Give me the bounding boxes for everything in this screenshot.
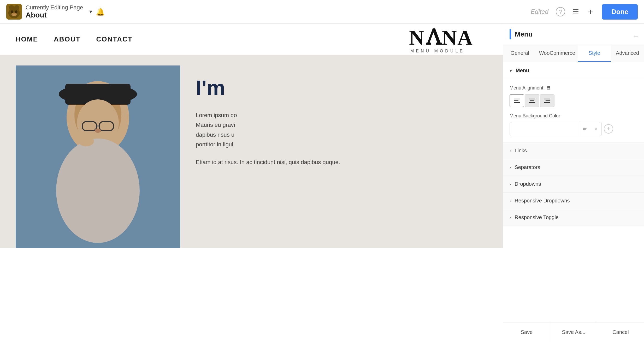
svg-rect-28 [529,99,535,99]
page-preview: HOME ABOUT CONTACT N Ʌ N [0,24,503,342]
dropdowns-chevron: › [510,182,511,187]
site-header: HOME ABOUT CONTACT N Ʌ N [0,24,503,55]
menu-section-chevron: ▾ [510,68,512,74]
svg-point-24 [78,136,94,146]
links-label: Links [515,148,527,154]
svg-point-4 [11,10,13,13]
page-name: About [26,11,83,19]
svg-rect-33 [544,102,550,103]
color-add-icon[interactable]: + [604,124,613,134]
topbar-title: Currently Editing Page About [26,4,83,19]
topbar-left: Currently Editing Page About ▾ 🔔 [6,4,531,20]
topbar: Currently Editing Page About ▾ 🔔 Edited … [0,0,644,24]
panel-minimize-icon[interactable]: ⎯ [634,31,638,38]
separators-section[interactable]: › Separators [503,159,644,176]
align-right-button[interactable] [540,94,554,107]
menu-section-content: Menu Alignment 🖥 Menu Background Color [503,79,644,142]
responsive-toggle-section[interactable]: › Responsive Toggle [503,209,644,226]
dropdowns-label: Dropdowns [515,181,541,187]
hero-paragraph5: Etiam id at risus. In ac tincidunt nisi,… [196,157,405,167]
responsive-toggle-chevron: › [510,215,511,220]
align-center-button[interactable] [525,94,539,107]
svg-point-23 [56,139,140,243]
color-picker-icon[interactable]: ✏ [579,122,591,136]
nav-menu: HOME ABOUT CONTACT [16,35,133,43]
color-input-row: ✏ × [510,122,602,136]
panel-title: Menu [515,30,533,38]
hero-content: I'm Lorem ipsum do Mauris eu gravi dapib… [180,55,503,248]
hero-heading: I'm [196,76,487,100]
done-button[interactable]: Done [602,4,638,20]
menu-module-logo: N Ʌ N A MENU MODULE [409,24,487,55]
separators-label: Separators [515,164,540,170]
tab-general[interactable]: General [503,45,536,62]
menu-bg-color-label: Menu Background Color [510,113,638,119]
nav-item-about[interactable]: ABOUT [54,35,80,43]
color-input-wrapper: ✏ × + [510,122,638,136]
svg-rect-30 [529,102,535,103]
nav-item-contact[interactable]: CONTACT [96,35,132,43]
cancel-button[interactable]: Cancel [597,322,644,342]
hero-photo [16,65,180,248]
list-icon[interactable]: ☰ [572,8,579,16]
hero-paragraph4: porttitor in ligul [196,141,233,148]
monitor-icon: 🖥 [546,85,551,91]
responsive-dropdowns-section[interactable]: › Responsive Dropdowns [503,193,644,209]
responsive-dropdowns-chevron: › [510,199,511,203]
color-input-field[interactable] [510,122,579,136]
page-dropdown-chevron[interactable]: ▾ [89,8,92,15]
svg-rect-26 [514,100,518,101]
svg-text:A: A [457,26,472,49]
tab-woocommerce[interactable]: WooCommerce [536,45,578,62]
menu-section-header[interactable]: ▾ Menu [503,62,644,79]
svg-rect-25 [514,99,520,99]
links-section[interactable]: › Links [503,142,644,159]
topbar-right: Edited ? ☰ ＋ Done [531,4,638,20]
separators-chevron: › [510,165,511,170]
responsive-toggle-label: Responsive Toggle [515,214,559,220]
responsive-dropdowns-label: Responsive Dropdowns [515,198,570,204]
hero-area: I'm Lorem ipsum do Mauris eu gravi dapib… [0,55,503,248]
alignment-buttons [510,94,638,107]
svg-rect-29 [530,100,534,101]
edited-status: Edited [531,8,548,15]
add-icon[interactable]: ＋ [586,6,595,17]
svg-text:N: N [409,26,424,49]
help-icon[interactable]: ? [556,7,565,16]
color-clear-icon[interactable]: × [591,122,601,136]
hero-paragraph2: Mauris eu gravi [196,122,235,128]
editing-label: Currently Editing Page [26,4,83,11]
svg-text:Ʌ: Ʌ [426,26,442,49]
dropdowns-section[interactable]: › Dropdowns [503,176,644,193]
page-area: HOME ABOUT CONTACT N Ʌ N [0,24,644,342]
menu-alignment-label: Menu Alignment 🖥 [510,85,638,91]
save-button[interactable]: Save [503,322,550,342]
panel-accent [510,29,511,39]
panel-footer: Save Save As... Cancel [503,322,644,342]
svg-point-5 [15,10,17,13]
site-logo [6,4,22,20]
site-logo-area: N Ʌ N A MENU MODULE [409,24,487,55]
notification-bell-icon[interactable]: 🔔 [96,8,105,16]
nav-item-home[interactable]: HOME [16,35,38,43]
panel-header-left: Menu [510,29,533,39]
tab-style[interactable]: Style [578,45,611,62]
svg-rect-31 [544,99,550,99]
svg-text:N: N [442,26,457,49]
svg-point-7 [13,14,16,16]
panel-tabs: General WooCommerce Style Advanced [503,45,644,62]
hero-paragraph3: dapibus risus u [196,131,234,138]
svg-point-22 [95,129,101,133]
panel-header: Menu ⎯ [503,24,644,45]
hero-paragraph1: Lorem ipsum do [196,112,237,118]
panel-body: ▾ Menu Menu Alignment 🖥 [503,62,644,322]
hero-text: Lorem ipsum do Mauris eu gravi dapibus r… [196,110,405,149]
svg-rect-32 [546,100,550,101]
links-chevron: › [510,148,511,153]
align-left-button[interactable] [510,94,524,107]
menu-section-label: Menu [516,68,529,74]
tab-advanced[interactable]: Advanced [611,45,644,62]
right-panel: Menu ⎯ General WooCommerce Style Advance… [503,24,644,342]
save-as-button[interactable]: Save As... [550,322,597,342]
logo-top-row: N Ʌ N A MENU MODULE [409,24,487,55]
